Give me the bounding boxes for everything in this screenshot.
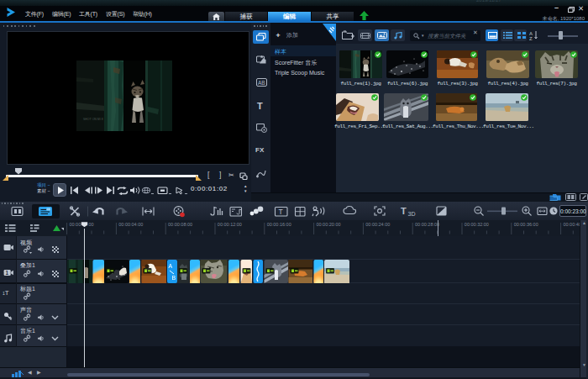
svg-text:A: A <box>169 263 173 269</box>
svg-text:B: B <box>172 275 176 281</box>
svg-text:1: 1 <box>5 270 8 276</box>
svg-text:3D: 3D <box>408 211 416 217</box>
svg-text:SHOT ON MI 8: SHOT ON MI 8 <box>83 118 103 121</box>
svg-text:AB: AB <box>258 80 265 86</box>
svg-text:T: T <box>279 208 283 216</box>
svg-text:Z: Z <box>529 36 533 40</box>
svg-text:T: T <box>401 206 407 216</box>
